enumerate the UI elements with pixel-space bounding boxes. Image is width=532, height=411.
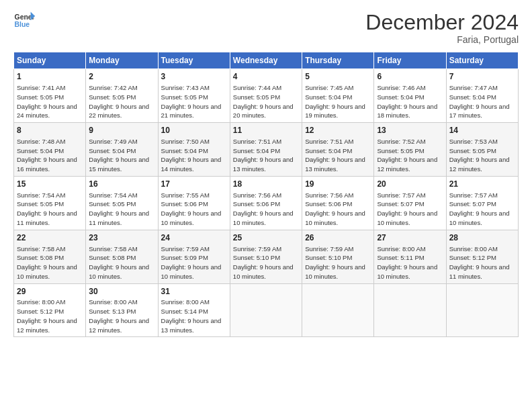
table-row: 11Sunrise: 7:51 AMSunset: 5:04 PMDayligh…: [230, 123, 302, 177]
day-detail: Sunrise: 7:59 AMSunset: 5:09 PMDaylight:…: [161, 244, 227, 281]
header: General Blue December 2024 Faria, Portug…: [13, 11, 519, 45]
table-row: 16Sunrise: 7:54 AMSunset: 5:05 PMDayligh…: [86, 176, 158, 230]
table-row: 5Sunrise: 7:45 AMSunset: 5:04 PMDaylight…: [302, 69, 374, 123]
logo-icon: General Blue: [13, 11, 35, 30]
day-detail: Sunrise: 7:57 AMSunset: 5:07 PMDaylight:…: [377, 191, 443, 228]
table-row: 15Sunrise: 7:54 AMSunset: 5:05 PMDayligh…: [14, 176, 86, 230]
calendar-week-row: 1Sunrise: 7:41 AMSunset: 5:05 PMDaylight…: [14, 69, 519, 123]
calendar-week-row: 8Sunrise: 7:48 AMSunset: 5:04 PMDaylight…: [14, 123, 519, 177]
day-number: 17: [161, 179, 227, 190]
day-number: 11: [233, 125, 299, 136]
day-detail: Sunrise: 7:58 AMSunset: 5:08 PMDaylight:…: [17, 244, 83, 281]
day-detail: Sunrise: 7:54 AMSunset: 5:05 PMDaylight:…: [17, 191, 83, 228]
day-detail: Sunrise: 7:42 AMSunset: 5:05 PMDaylight:…: [89, 83, 154, 120]
day-detail: Sunrise: 7:49 AMSunset: 5:04 PMDaylight:…: [89, 137, 154, 174]
day-detail: Sunrise: 7:47 AMSunset: 5:04 PMDaylight:…: [449, 83, 515, 120]
table-row: 23Sunrise: 7:58 AMSunset: 5:08 PMDayligh…: [86, 230, 158, 283]
day-detail: Sunrise: 7:43 AMSunset: 5:05 PMDaylight:…: [161, 83, 227, 120]
day-number: 19: [305, 179, 371, 190]
calendar-header-row: Sunday Monday Tuesday Wednesday Thursday…: [14, 52, 519, 69]
day-number: 6: [377, 71, 443, 83]
day-number: 28: [449, 232, 515, 244]
day-number: 12: [305, 125, 371, 136]
day-number: 9: [89, 125, 154, 136]
table-row: [374, 283, 446, 337]
day-number: 4: [233, 71, 299, 83]
calendar-week-row: 22Sunrise: 7:58 AMSunset: 5:08 PMDayligh…: [14, 230, 519, 283]
day-detail: Sunrise: 7:48 AMSunset: 5:04 PMDaylight:…: [17, 137, 83, 174]
table-row: 30Sunrise: 8:00 AMSunset: 5:13 PMDayligh…: [86, 283, 158, 337]
table-row: 6Sunrise: 7:46 AMSunset: 5:04 PMDaylight…: [374, 69, 446, 123]
day-number: 18: [233, 179, 299, 190]
day-number: 27: [377, 232, 443, 244]
table-row: 27Sunrise: 8:00 AMSunset: 5:11 PMDayligh…: [374, 230, 446, 283]
table-row: 12Sunrise: 7:51 AMSunset: 5:04 PMDayligh…: [302, 123, 374, 177]
table-row: [302, 283, 374, 337]
table-row: 31Sunrise: 8:00 AMSunset: 5:14 PMDayligh…: [158, 283, 230, 337]
calendar-week-row: 15Sunrise: 7:54 AMSunset: 5:05 PMDayligh…: [14, 176, 519, 230]
table-row: 20Sunrise: 7:57 AMSunset: 5:07 PMDayligh…: [374, 176, 446, 230]
table-row: 1Sunrise: 7:41 AMSunset: 5:05 PMDaylight…: [14, 69, 86, 123]
day-number: 3: [161, 71, 227, 83]
table-row: 26Sunrise: 7:59 AMSunset: 5:10 PMDayligh…: [302, 230, 374, 283]
day-detail: Sunrise: 8:00 AMSunset: 5:13 PMDaylight:…: [89, 298, 154, 334]
table-row: 14Sunrise: 7:53 AMSunset: 5:05 PMDayligh…: [446, 123, 518, 177]
table-row: 7Sunrise: 7:47 AMSunset: 5:04 PMDaylight…: [446, 69, 518, 123]
day-detail: Sunrise: 7:51 AMSunset: 5:04 PMDaylight:…: [233, 137, 299, 174]
day-number: 10: [161, 125, 227, 136]
col-monday: Monday: [86, 52, 158, 69]
table-row: 22Sunrise: 7:58 AMSunset: 5:08 PMDayligh…: [14, 230, 86, 283]
table-row: 2Sunrise: 7:42 AMSunset: 5:05 PMDaylight…: [86, 69, 158, 123]
table-row: 28Sunrise: 8:00 AMSunset: 5:12 PMDayligh…: [446, 230, 518, 283]
day-number: 22: [17, 232, 83, 244]
day-detail: Sunrise: 7:54 AMSunset: 5:05 PMDaylight:…: [89, 191, 154, 228]
table-row: 13Sunrise: 7:52 AMSunset: 5:05 PMDayligh…: [374, 123, 446, 177]
calendar-week-row: 29Sunrise: 8:00 AMSunset: 5:12 PMDayligh…: [14, 283, 519, 337]
day-number: 20: [377, 179, 443, 190]
day-number: 31: [161, 286, 227, 298]
table-row: 8Sunrise: 7:48 AMSunset: 5:04 PMDaylight…: [14, 123, 86, 177]
table-row: 29Sunrise: 8:00 AMSunset: 5:12 PMDayligh…: [14, 283, 86, 337]
table-row: 21Sunrise: 7:57 AMSunset: 5:07 PMDayligh…: [446, 176, 518, 230]
col-friday: Friday: [374, 52, 446, 69]
day-detail: Sunrise: 7:58 AMSunset: 5:08 PMDaylight:…: [89, 244, 154, 281]
day-number: 8: [17, 125, 83, 136]
day-detail: Sunrise: 7:53 AMSunset: 5:05 PMDaylight:…: [449, 137, 515, 174]
col-wednesday: Wednesday: [230, 52, 302, 69]
day-number: 7: [449, 71, 515, 83]
day-detail: Sunrise: 7:50 AMSunset: 5:04 PMDaylight:…: [161, 137, 227, 174]
day-number: 29: [17, 286, 83, 298]
day-detail: Sunrise: 7:46 AMSunset: 5:04 PMDaylight:…: [377, 83, 443, 120]
day-detail: Sunrise: 8:00 AMSunset: 5:14 PMDaylight:…: [161, 298, 227, 334]
table-row: 9Sunrise: 7:49 AMSunset: 5:04 PMDaylight…: [86, 123, 158, 177]
day-number: 13: [377, 125, 443, 136]
day-detail: Sunrise: 7:52 AMSunset: 5:05 PMDaylight:…: [377, 137, 443, 174]
day-detail: Sunrise: 7:59 AMSunset: 5:10 PMDaylight:…: [305, 244, 371, 281]
day-number: 25: [233, 232, 299, 244]
table-row: 25Sunrise: 7:59 AMSunset: 5:10 PMDayligh…: [230, 230, 302, 283]
title-block: December 2024 Faria, Portugal: [365, 11, 519, 45]
day-number: 23: [89, 232, 154, 244]
day-detail: Sunrise: 7:56 AMSunset: 5:06 PMDaylight:…: [233, 191, 299, 228]
day-number: 30: [89, 286, 154, 298]
day-number: 1: [17, 71, 83, 83]
day-detail: Sunrise: 7:59 AMSunset: 5:10 PMDaylight:…: [233, 244, 299, 281]
location: Faria, Portugal: [365, 34, 519, 45]
day-number: 5: [305, 71, 371, 83]
day-detail: Sunrise: 7:55 AMSunset: 5:06 PMDaylight:…: [161, 191, 227, 228]
page: General Blue December 2024 Faria, Portug…: [0, 0, 532, 411]
day-number: 14: [449, 125, 515, 136]
day-detail: Sunrise: 7:41 AMSunset: 5:05 PMDaylight:…: [17, 83, 83, 120]
table-row: 10Sunrise: 7:50 AMSunset: 5:04 PMDayligh…: [158, 123, 230, 177]
day-number: 21: [449, 179, 515, 190]
day-number: 26: [305, 232, 371, 244]
month-title: December 2024: [365, 11, 519, 34]
table-row: 3Sunrise: 7:43 AMSunset: 5:05 PMDaylight…: [158, 69, 230, 123]
table-row: 18Sunrise: 7:56 AMSunset: 5:06 PMDayligh…: [230, 176, 302, 230]
table-row: 4Sunrise: 7:44 AMSunset: 5:05 PMDaylight…: [230, 69, 302, 123]
table-row: 17Sunrise: 7:55 AMSunset: 5:06 PMDayligh…: [158, 176, 230, 230]
day-detail: Sunrise: 7:44 AMSunset: 5:05 PMDaylight:…: [233, 83, 299, 120]
svg-text:Blue: Blue: [15, 21, 30, 28]
col-tuesday: Tuesday: [158, 52, 230, 69]
logo: General Blue: [13, 11, 35, 30]
